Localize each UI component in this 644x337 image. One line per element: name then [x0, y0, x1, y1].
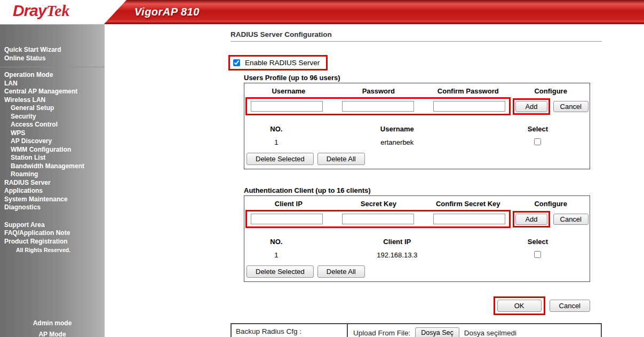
sidebar-item-station-list[interactable]: Station List	[0, 154, 105, 162]
sidebar-item-wmm-configuration[interactable]: WMM Configuration	[0, 146, 105, 154]
backup-restore-panel: Backup Radius Cfg : Backup Upload From F…	[230, 323, 602, 337]
logo-part2: Tek	[46, 2, 70, 19]
highlight-user-inputs	[245, 97, 511, 115]
users-cancel-button[interactable]: Cancel	[553, 101, 589, 112]
choose-file-button[interactable]: Dosya Seç	[415, 327, 459, 337]
logo-part1: Dray	[13, 2, 46, 19]
sidebar-item-ap-discovery[interactable]: AP Discovery	[0, 137, 105, 146]
password-input[interactable]	[342, 101, 414, 112]
mode-switcher: Admin mode AP Mode	[0, 319, 105, 337]
client-ip-input[interactable]	[251, 214, 323, 224]
confirm-password-input[interactable]	[433, 101, 505, 112]
clients-header-client-ip: Client IP	[244, 198, 333, 210]
rights-note: All Rights Reserved.	[0, 247, 105, 253]
sidebar-item-quick-start-wizard[interactable]: Quick Start Wizard	[0, 46, 105, 54]
title-rule	[230, 41, 602, 42]
device-model-title: VigorAP 810	[134, 6, 200, 18]
clients-row-client-ip: 192.168.13.3	[308, 250, 486, 261]
confirm-secret-key-input[interactable]	[433, 214, 505, 224]
sidebar-item-support-area[interactable]: Support Area	[0, 221, 105, 230]
users-header-confirm-password: Confirm Password	[424, 85, 512, 97]
sidebar-item-access-control[interactable]: Access Control	[0, 121, 105, 129]
logo-swoosh-shape	[104, 0, 128, 24]
sidebar-item-wps[interactable]: WPS	[0, 129, 105, 138]
clients-row-select-checkbox[interactable]	[534, 251, 541, 258]
users-delete-selected-button[interactable]: Delete Selected	[247, 153, 314, 165]
sidebar-item-central-ap-management[interactable]: Central AP Management	[0, 88, 105, 96]
admin-mode-label[interactable]: Admin mode	[0, 319, 105, 327]
highlight-users-add: Add	[513, 98, 550, 115]
sidebar-item-faq-application-note[interactable]: FAQ/Application Note	[0, 229, 105, 238]
sidebar-item-lan[interactable]: LAN	[0, 80, 105, 88]
clients-delete-all-button[interactable]: Delete All	[317, 265, 365, 278]
users-row-select-checkbox[interactable]	[534, 138, 541, 145]
auth-client-section-title: Authentication Client (up to 16 clients)	[244, 186, 644, 194]
users-list-header-select: Select	[486, 124, 590, 137]
clients-header-configure: Configure	[512, 198, 590, 210]
sidebar-item-general-setup[interactable]: General Setup	[0, 104, 105, 113]
users-header-password: Password	[333, 85, 424, 97]
users-row-username: ertanerbek	[308, 137, 486, 148]
enable-radius-label: Enable RADIUS Server	[245, 59, 320, 67]
sidebar-menu: Quick Start Wizard Online Status Operati…	[0, 25, 105, 337]
users-list-header-no: NO.	[244, 124, 308, 137]
clients-list-header-client-ip: Client IP	[308, 237, 486, 250]
clients-add-button[interactable]: Add	[515, 214, 547, 225]
clients-list-header-select: Select	[486, 237, 590, 250]
upload-from-file-label: Upload From File:	[353, 329, 410, 337]
sidebar-item-applications[interactable]: Applications	[0, 187, 105, 195]
username-input[interactable]	[251, 101, 323, 112]
clients-row-no: 1	[244, 250, 308, 261]
clients-delete-selected-button[interactable]: Delete Selected	[247, 265, 314, 278]
users-delete-all-button[interactable]: Delete All	[317, 153, 365, 165]
enable-radius-checkbox[interactable]	[233, 59, 240, 66]
sidebar-item-online-status[interactable]: Online Status	[0, 54, 105, 63]
highlight-clients-add: Add	[513, 211, 550, 228]
draytek-logo: DrayTek	[13, 3, 70, 22]
no-file-selected-text: Dosya seçilmedi	[464, 329, 516, 337]
sidebar-item-security[interactable]: Security	[0, 113, 105, 121]
ok-button[interactable]: OK	[497, 300, 542, 312]
sidebar-item-operation-mode[interactable]: Operation Mode	[0, 71, 105, 80]
brand-logo: DrayTek	[0, 0, 104, 24]
users-list-header-username: Username	[308, 124, 486, 137]
users-header-configure: Configure	[512, 85, 590, 97]
sidebar-item-system-maintenance[interactable]: System Maintenance	[0, 195, 105, 204]
page-title: RADIUS Server Configuration	[230, 30, 644, 38]
highlight-enable-radius: Enable RADIUS Server	[228, 55, 328, 70]
users-profile-section-title: Users Profile (up to 96 users)	[244, 74, 644, 82]
users-profile-panel: Username Password Confirm Password Confi…	[244, 83, 590, 169]
page: DrayTek VigorAP 810 Quick Start Wizard O…	[0, 0, 644, 337]
users-row-no: 1	[244, 137, 308, 148]
sidebar-item-product-registration[interactable]: Product Registration	[0, 238, 105, 246]
sidebar-item-wireless-lan[interactable]: Wireless LAN	[0, 96, 105, 105]
clients-list-header-no: NO.	[244, 237, 308, 250]
sidebar-item-diagnostics[interactable]: Diagnostics	[0, 203, 105, 212]
sidebar-divider	[0, 67, 105, 67]
clients-cancel-button[interactable]: Cancel	[553, 214, 589, 225]
cancel-button[interactable]: Cancel	[550, 300, 590, 312]
secret-key-input[interactable]	[342, 214, 414, 224]
clients-header-secret-key: Secret Key	[333, 198, 424, 210]
highlight-client-inputs	[245, 210, 511, 228]
sidebar-item-bandwidth-management[interactable]: Bandwidth Management	[0, 162, 105, 171]
users-add-button[interactable]: Add	[515, 101, 547, 112]
sidebar-item-roaming[interactable]: Roaming	[0, 170, 105, 179]
clients-header-confirm-secret-key: Confirm Secret Key	[424, 198, 512, 210]
users-header-username: Username	[244, 85, 333, 97]
header-banner: DrayTek VigorAP 810	[0, 0, 644, 25]
sidebar-item-radius-server[interactable]: RADIUS Server	[0, 179, 105, 187]
ap-mode-label[interactable]: AP Mode	[0, 331, 105, 337]
auth-client-panel: Client IP Secret Key Confirm Secret Key …	[244, 195, 590, 282]
highlight-ok: OK	[494, 296, 545, 315]
main-content: RADIUS Server Configuration Enable RADIU…	[105, 25, 644, 337]
backup-radius-cfg-label: Backup Radius Cfg :	[236, 327, 343, 335]
